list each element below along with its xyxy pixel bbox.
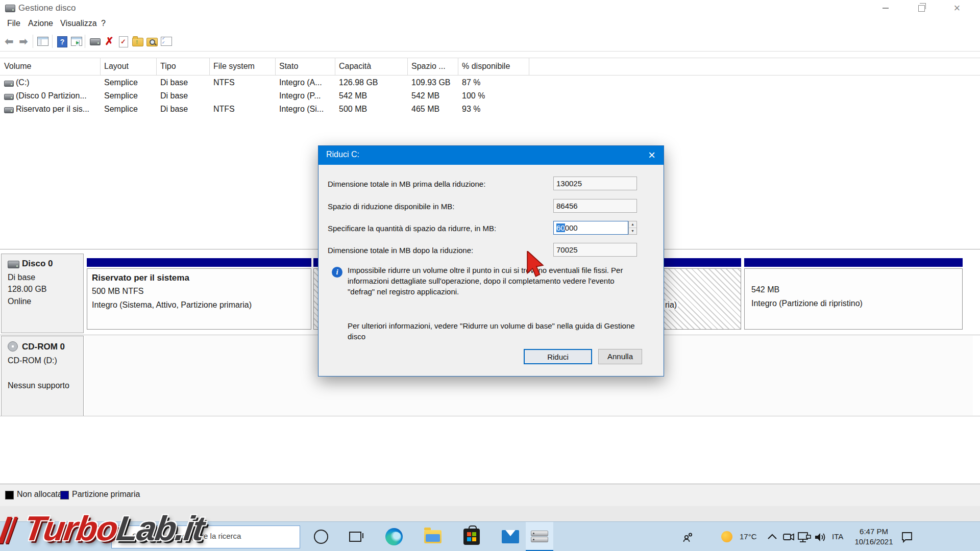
- col-filesystem[interactable]: File system: [213, 62, 255, 71]
- menu-file[interactable]: File: [7, 19, 20, 28]
- action-pane-icon[interactable]: [70, 35, 83, 47]
- partition-c-status-fragment: ria): [664, 300, 678, 310]
- forward-icon[interactable]: ➡: [17, 35, 30, 47]
- meet-now-icon[interactable]: [782, 531, 795, 543]
- cell-stato: Integro (A...: [279, 78, 332, 87]
- cell-fs: NTFS: [213, 105, 235, 114]
- weather-temp[interactable]: 17°C: [740, 532, 757, 541]
- col-stato[interactable]: Stato: [279, 62, 298, 71]
- tool-icon[interactable]: [89, 35, 101, 47]
- minimize-button[interactable]: [874, 0, 897, 16]
- search-icon: [118, 532, 126, 540]
- cell-stato: Integro (Si...: [279, 105, 332, 114]
- store-icon[interactable]: [459, 522, 484, 551]
- table-row-riservato[interactable]: Riservato per il sis... Semplice Di base…: [0, 103, 980, 116]
- mouse-cursor-red: [526, 251, 547, 280]
- cdrom-drive: CD-ROM (D:): [8, 356, 57, 365]
- col-spazio[interactable]: Spazio ...: [411, 62, 446, 71]
- shrink-button[interactable]: Riduci: [524, 349, 592, 364]
- field-size-after: 70025: [553, 243, 637, 257]
- back-icon[interactable]: ⬅: [3, 35, 15, 47]
- help-icon[interactable]: ?: [56, 35, 68, 47]
- amount-spinner: ▲ ▼: [628, 221, 637, 235]
- menu-help[interactable]: ?: [101, 19, 106, 28]
- cell-spazio: 465 MB: [411, 105, 439, 114]
- action-center-icon[interactable]: [900, 531, 914, 544]
- table-row-disco0-partition[interactable]: (Disco 0 Partizion... Semplice Di base I…: [0, 90, 980, 103]
- partition-recovery[interactable]: 542 MB Integro (Partizione di ripristino…: [744, 268, 963, 330]
- cdrom-icon: [8, 341, 18, 352]
- disk0-panel: Disco 0 Di base 128.00 GB Online: [1, 254, 84, 333]
- partition-reserved-stripe: [87, 258, 311, 267]
- cell-spazio: 109.93 GB: [411, 78, 451, 87]
- cdrom-panel: CD-ROM 0 CD-ROM (D:) Nessun supporto: [1, 336, 84, 416]
- mail-icon[interactable]: [498, 522, 523, 551]
- cell-tipo: Di base: [160, 105, 188, 114]
- cell-disp: 87 %: [462, 78, 480, 87]
- col-capacita[interactable]: Capacità: [339, 62, 371, 71]
- disk0-name: Disco 0: [22, 259, 53, 269]
- field-available-shrink: 86456: [553, 199, 637, 213]
- volume-icon: [4, 94, 14, 100]
- legend-swatch-primary: [60, 491, 69, 499]
- network-icon[interactable]: [797, 531, 812, 543]
- checklist-icon[interactable]: [160, 35, 173, 47]
- window-title: Gestione disco: [18, 3, 76, 13]
- search-box[interactable]: Scrivi qui per eseguire la ricerca: [111, 525, 300, 548]
- field-amount-to-shrink[interactable]: 60000: [553, 221, 628, 235]
- cell-fs: NTFS: [213, 78, 235, 87]
- console-tree-icon[interactable]: [37, 35, 49, 47]
- partition-reserved[interactable]: Riservato per il sistema 500 MB NTFS Int…: [87, 268, 311, 330]
- cortana-icon[interactable]: [309, 522, 333, 551]
- menu-azione[interactable]: Azione: [28, 19, 53, 28]
- disk-management-icon: [527, 522, 552, 551]
- people-icon[interactable]: [682, 531, 694, 543]
- shrink-dialog: Riduci C: × Dimensione totale in MB prim…: [318, 145, 664, 377]
- col-disponibile[interactable]: % disponibile: [462, 62, 510, 71]
- delete-icon[interactable]: ✗: [103, 35, 115, 47]
- check-document-icon[interactable]: [117, 35, 130, 47]
- weather-icon[interactable]: [721, 531, 732, 542]
- disk0-size: 128.00 GB: [8, 285, 47, 294]
- partition-status: Integro (Partizione di ripristino): [751, 299, 863, 308]
- table-row-c[interactable]: (C:) Semplice Di base NTFS Integro (A...…: [0, 77, 980, 90]
- col-layout[interactable]: Layout: [104, 62, 129, 71]
- menu-visualizza[interactable]: Visualizza: [60, 19, 97, 28]
- spinner-up-icon[interactable]: ▲: [629, 221, 636, 228]
- volume-table-header: Volume Layout Tipo File system Stato Cap…: [0, 58, 980, 76]
- legend-bar: Non allocata Partizione primaria: [0, 484, 980, 507]
- clock[interactable]: 6:47 PM 10/16/2021: [848, 527, 899, 547]
- cell-capacita: 542 MB: [339, 91, 367, 101]
- close-button[interactable]: ×: [945, 0, 969, 16]
- cancel-button[interactable]: Annulla: [598, 349, 642, 364]
- disk-management-taskbar-tile[interactable]: [526, 522, 553, 551]
- tray-chevron-icon[interactable]: [767, 533, 778, 540]
- legend-label-primary: Partizione primaria: [72, 490, 140, 499]
- toolbar: ⬅ ➡ ? ✗: [0, 32, 980, 52]
- col-volume[interactable]: Volume: [4, 62, 31, 71]
- spinner-down-icon[interactable]: ▼: [629, 228, 636, 234]
- dialog-close-icon[interactable]: ×: [640, 146, 664, 165]
- cell-capacita: 126.98 GB: [339, 78, 378, 87]
- col-tipo[interactable]: Tipo: [160, 62, 176, 71]
- partition-recovery-stripe: [744, 258, 963, 267]
- folder-up-icon[interactable]: [132, 35, 144, 47]
- task-view-icon[interactable]: [343, 522, 368, 551]
- selected-text: 60: [556, 223, 565, 232]
- edge-icon[interactable]: [382, 522, 406, 551]
- toolbar-separator: [33, 35, 33, 48]
- label-size-before: Dimensione totale in MB prima della ridu…: [328, 180, 485, 188]
- cell-stato: Integro (P...: [279, 91, 332, 101]
- volume-icon: [4, 81, 14, 87]
- language-indicator[interactable]: ITA: [832, 532, 843, 541]
- cdrom-media: Nessun supporto: [8, 381, 69, 390]
- info-icon: i: [332, 267, 342, 278]
- volume-icon[interactable]: [814, 531, 828, 543]
- legend-swatch-unallocated: [5, 491, 14, 499]
- row-separator: [0, 416, 980, 416]
- folder-search-icon[interactable]: [146, 35, 158, 47]
- file-explorer-icon[interactable]: [421, 522, 445, 551]
- cell-disp: 100 %: [462, 91, 485, 101]
- cell-layout: Semplice: [104, 105, 138, 114]
- restore-button[interactable]: [910, 0, 933, 16]
